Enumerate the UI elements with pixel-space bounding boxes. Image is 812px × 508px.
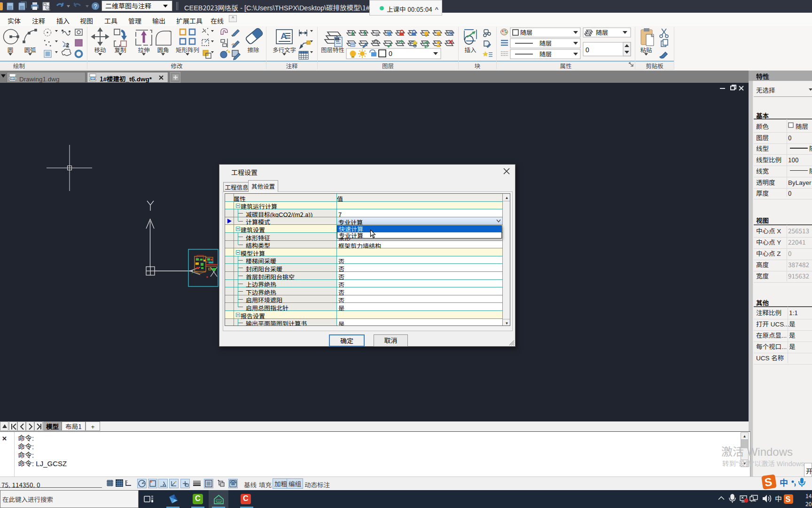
svg-text:DWG: DWG [89, 77, 96, 80]
svg-text:中: 中 [775, 493, 782, 503]
svg-text:2: 2 [66, 43, 69, 48]
svg-text:0: 0 [389, 50, 392, 57]
svg-text:中: 中 [780, 476, 788, 488]
svg-text:随层: 随层 [539, 49, 552, 58]
svg-text:0: 0 [586, 46, 589, 54]
svg-text:S: S [786, 495, 791, 503]
svg-text:?: ? [94, 3, 97, 10]
svg-text:随层: 随层 [539, 39, 552, 48]
svg-text:随层: 随层 [520, 28, 532, 37]
svg-text:随层: 随层 [596, 28, 608, 37]
svg-text:DWG: DWG [9, 77, 16, 80]
svg-text:CO₂: CO₂ [217, 500, 221, 503]
